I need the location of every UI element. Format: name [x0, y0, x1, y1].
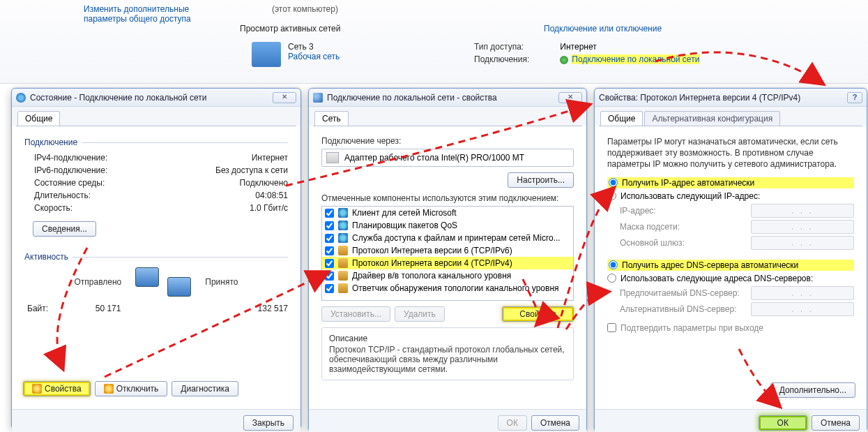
gateway-label: Основной шлюз: — [620, 238, 744, 248]
tab-alt-config[interactable]: Альтернативная конфигурация — [644, 111, 780, 126]
component-checkbox[interactable] — [325, 246, 334, 255]
duration-value: 04:08:51 — [255, 191, 288, 200]
ipv4-bottombar: ОК Отмена — [595, 409, 867, 432]
dns1-input: . . . — [751, 286, 854, 300]
component-checkbox[interactable] — [325, 271, 334, 281]
connprops-bottombar: ОК Отмена — [309, 409, 586, 432]
cancel-button[interactable]: Отмена — [531, 415, 579, 431]
network-type-link[interactable]: Рабочая сеть — [288, 52, 340, 61]
adapter-box: Адаптер рабочего стола Intel(R) PRO/1000… — [321, 149, 574, 167]
radio-ip-manual[interactable]: Использовать следующий IP-адрес: — [607, 191, 854, 201]
speed-value: 1.0 Гбит/с — [250, 203, 288, 213]
adapter-icon — [326, 152, 339, 163]
bytes-sent-value: 50 171 — [48, 304, 168, 313]
connect-disconnect-link[interactable]: Подключение или отключение — [544, 24, 662, 33]
list-item[interactable]: Планировщик пакетов QoS — [322, 219, 573, 232]
properties-button[interactable]: Свойства — [23, 381, 91, 396]
tab-general[interactable]: Общие — [17, 111, 60, 126]
list-item[interactable]: Протокол Интернета версии 6 (TCP/IPv6) — [322, 244, 573, 257]
list-item[interactable]: Драйвер в/в тополога канального уровня — [322, 269, 573, 282]
status-bottombar: Закрыть — [12, 409, 300, 432]
ipv6-value: Без доступа к сети — [215, 165, 288, 175]
component-checkbox[interactable] — [325, 234, 334, 243]
connprops-panel: Подключение через: Адаптер рабочего стол… — [313, 126, 582, 405]
bytes-label: Байт: — [27, 304, 48, 313]
radio-ip-auto[interactable]: Получить IP-адрес автоматически — [607, 177, 854, 188]
speed-label: Скорость: — [34, 203, 73, 213]
local-connection-link[interactable]: Подключение по локальной сети — [571, 54, 700, 64]
radio-dns-auto[interactable]: Получить адрес DNS-сервера автоматически — [607, 260, 854, 271]
install-button[interactable]: Установить... — [321, 306, 390, 322]
media-value: Подключено — [240, 178, 288, 188]
radio-dns-manual[interactable]: Использовать следующие адреса DNS-сервер… — [607, 274, 854, 283]
ok-button[interactable]: ОК — [759, 415, 807, 431]
status-panel: Подключение IPv4-подключение:Интернет IP… — [16, 126, 296, 405]
close-icon[interactable]: ✕ — [273, 92, 296, 103]
ip-address-input: . . . — [751, 204, 854, 218]
recv-label: Принято — [205, 277, 238, 287]
ipv4-properties-dialog: Свойства: Протокол Интернета версии 4 (T… — [594, 88, 867, 431]
network-details: Тип доступа: Интернет Подключения: Подкл… — [474, 42, 700, 67]
gateway-input: . . . — [751, 236, 854, 250]
network-block: Сеть 3 Рабочая сеть — [252, 42, 340, 67]
tab-network[interactable]: Сеть — [314, 111, 349, 126]
ok-button[interactable]: ОК — [498, 415, 527, 431]
shield-icon — [104, 384, 114, 394]
validate-on-exit-checkbox[interactable]: Подтвердить параметры при выходе — [607, 323, 854, 333]
access-type-label: Тип доступа: — [474, 42, 558, 52]
media-label: Состояние среды: — [34, 178, 105, 188]
ipv4-title: Свойства: Протокол Интернета версии 4 (T… — [599, 93, 800, 103]
list-item[interactable]: Служба доступа к файлам и принтерам сете… — [322, 232, 573, 244]
configure-button[interactable]: Настроить... — [508, 172, 574, 188]
tab-general[interactable]: Общие — [600, 111, 643, 126]
protocol-icon — [338, 283, 348, 293]
close-icon[interactable]: ✕ — [558, 92, 582, 103]
component-checkbox[interactable] — [325, 209, 334, 218]
group-connection: Подключение — [24, 137, 288, 147]
connprops-title: Подключение по локальной сети - свойства — [327, 93, 497, 103]
component-checkbox[interactable] — [325, 221, 334, 230]
status-titlebar[interactable]: Состояние - Подключение по локальной сет… — [12, 89, 300, 107]
list-item-tcpip4[interactable]: Протокол Интернета версии 4 (TCP/IPv4) — [322, 257, 573, 269]
ipv4-panel: Параметры IP могут назначаться автоматич… — [599, 126, 862, 405]
group-activity: Активность — [24, 252, 288, 262]
details-button[interactable]: Сведения... — [33, 221, 96, 237]
remove-button[interactable]: Удалить — [395, 306, 445, 322]
advanced-sharing-link[interactable]: Изменить дополнительные параметры общего… — [84, 4, 216, 24]
ipv4-value: Интернет — [252, 153, 288, 163]
status-tabs: Общие — [12, 107, 300, 126]
list-item[interactable]: Ответчик обнаружения топологии канальног… — [322, 282, 573, 295]
bytes-recv-value: 132 517 — [168, 304, 288, 313]
ipv4-info-text: Параметры IP могут назначаться автоматич… — [607, 136, 854, 170]
component-checkbox[interactable] — [325, 259, 334, 268]
component-checkbox[interactable] — [325, 284, 334, 293]
connections-label: Подключения: — [474, 54, 558, 64]
list-item[interactable]: Клиент для сетей Microsoft — [322, 207, 573, 219]
dns1-label: Предпочитаемый DNS-сервер: — [620, 288, 744, 298]
components-listbox[interactable]: Клиент для сетей Microsoft Планировщик п… — [321, 206, 574, 301]
protocol-icon — [338, 258, 348, 268]
description-header: Описание — [329, 334, 566, 343]
connect-via-label: Подключение через: — [321, 136, 574, 146]
activity-graphic: Отправлено Принято — [31, 267, 281, 297]
conn-properties-dialog: Подключение по локальной сети - свойства… — [308, 88, 587, 431]
description-group: Описание Протокол TCP/IP - стандартный п… — [321, 327, 574, 380]
network-name: Сеть 3 — [288, 42, 340, 52]
ipv4-tabs: Общие Альтернативная конфигурация — [595, 107, 867, 126]
protocol-icon — [338, 246, 348, 255]
component-properties-button[interactable]: Свойства — [502, 306, 574, 322]
close-button[interactable]: Закрыть — [243, 415, 294, 431]
description-body: Протокол TCP/IP - стандартный протокол г… — [329, 345, 566, 374]
advanced-button[interactable]: Дополнительно... — [770, 382, 855, 398]
diagnostics-button[interactable]: Диагностика — [172, 381, 238, 396]
ipv6-label: IPv6-подключение: — [34, 165, 107, 175]
help-icon[interactable]: ? — [847, 92, 862, 103]
subnet-mask-input: . . . — [751, 220, 854, 234]
cancel-button[interactable]: Отмена — [812, 415, 860, 431]
connprops-titlebar[interactable]: Подключение по локальной сети - свойства… — [309, 89, 586, 107]
ipv4-titlebar[interactable]: Свойства: Протокол Интернета версии 4 (T… — [595, 89, 867, 107]
network-adapter-icon — [313, 93, 323, 103]
disable-button[interactable]: Отключить — [95, 381, 168, 396]
adapter-name: Адаптер рабочего стола Intel(R) PRO/1000… — [344, 153, 524, 163]
globe-icon — [16, 93, 26, 103]
